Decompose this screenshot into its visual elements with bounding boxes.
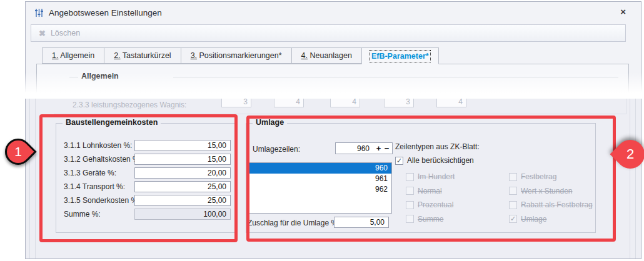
delete-button: Löschen: [51, 29, 80, 37]
panel-divider: [635, 97, 636, 259]
callout-number: 2: [616, 140, 644, 169]
close-button[interactable]: ×: [620, 7, 626, 17]
panel-divider: [35, 97, 36, 259]
tab-tastaturkuerzel[interactable]: 2. Tastaturkürzel: [104, 47, 181, 64]
tab-allgemein[interactable]: 1. Allgemein: [42, 47, 104, 64]
panel-divider: [29, 97, 30, 259]
annotation-rect-1: [39, 114, 238, 242]
group-right-border: [626, 97, 626, 114]
tab-efb-parameter[interactable]: EfB-Parameter*: [361, 47, 439, 64]
callout-number: 1: [7, 140, 29, 163]
tab-positionsmarkierungen[interactable]: 3. Positionsmarkierungen*: [181, 47, 291, 64]
tab-neuanlagen[interactable]: 4. Neuanlagen: [291, 47, 361, 64]
sliders-icon: [34, 8, 44, 17]
dialog-title: Angebotswesen Einstellungen: [49, 8, 162, 17]
panel-divider: [630, 97, 630, 259]
title-bar: Angebotswesen Einstellungen: [26, 2, 641, 23]
tab-bar: 1. Allgemein 2. Tastaturkürzel 3. Positi…: [42, 47, 439, 64]
toolbar: ✖ Löschen: [31, 24, 626, 42]
delete-icon: ✖: [39, 29, 46, 38]
wagnis-row-label: 2.3.3 leistungsbezogenes Wagnis:: [73, 101, 186, 109]
fragment-fade: [23, 72, 644, 99]
screenshot-canvas: Angebotswesen Einstellungen × ✖ Löschen …: [0, 0, 644, 261]
annotation-rect-2: [246, 116, 616, 242]
